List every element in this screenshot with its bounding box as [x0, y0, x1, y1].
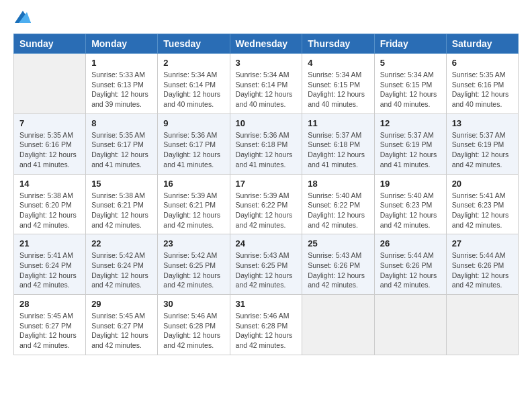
day-number: 17 [236, 179, 297, 189]
calendar-cell: 1Sunrise: 5:33 AM Sunset: 6:13 PM Daylig… [86, 54, 158, 114]
calendar-cell: 7Sunrise: 5:35 AM Sunset: 6:16 PM Daylig… [14, 113, 86, 174]
day-number: 3 [236, 58, 297, 68]
day-info: Sunrise: 5:40 AM Sunset: 6:23 PM Dayligh… [380, 191, 441, 230]
calendar-cell: 18Sunrise: 5:40 AM Sunset: 6:22 PM Dayli… [302, 174, 374, 234]
day-number: 18 [308, 179, 368, 189]
day-info: Sunrise: 5:46 AM Sunset: 6:28 PM Dayligh… [236, 311, 297, 351]
day-info: Sunrise: 5:37 AM Sunset: 6:19 PM Dayligh… [380, 130, 441, 170]
day-info: Sunrise: 5:37 AM Sunset: 6:18 PM Dayligh… [308, 130, 368, 170]
day-info: Sunrise: 5:43 AM Sunset: 6:26 PM Dayligh… [308, 250, 368, 290]
calendar-week-1: 1Sunrise: 5:33 AM Sunset: 6:13 PM Daylig… [14, 54, 519, 114]
day-info: Sunrise: 5:36 AM Sunset: 6:17 PM Dayligh… [163, 130, 224, 170]
calendar-cell: 16Sunrise: 5:39 AM Sunset: 6:21 PM Dayli… [158, 174, 230, 234]
calendar-cell: 27Sunrise: 5:44 AM Sunset: 6:26 PM Dayli… [446, 234, 518, 295]
day-info: Sunrise: 5:35 AM Sunset: 6:16 PM Dayligh… [19, 130, 80, 170]
day-number: 20 [452, 179, 513, 189]
day-number: 24 [236, 238, 297, 248]
calendar-cell: 13Sunrise: 5:37 AM Sunset: 6:19 PM Dayli… [446, 113, 518, 174]
day-info: Sunrise: 5:45 AM Sunset: 6:27 PM Dayligh… [91, 311, 152, 351]
day-number: 6 [452, 58, 513, 68]
day-info: Sunrise: 5:45 AM Sunset: 6:27 PM Dayligh… [19, 311, 80, 351]
calendar-cell: 28Sunrise: 5:45 AM Sunset: 6:27 PM Dayli… [14, 295, 86, 355]
day-number: 26 [380, 238, 441, 248]
day-info: Sunrise: 5:42 AM Sunset: 6:24 PM Dayligh… [91, 250, 152, 290]
calendar-cell: 20Sunrise: 5:41 AM Sunset: 6:23 PM Dayli… [446, 174, 518, 234]
day-number: 10 [236, 118, 297, 128]
calendar-header-saturday: Saturday [446, 34, 518, 54]
calendar-cell: 21Sunrise: 5:41 AM Sunset: 6:24 PM Dayli… [14, 234, 86, 295]
day-info: Sunrise: 5:38 AM Sunset: 6:20 PM Dayligh… [19, 191, 80, 230]
day-number: 31 [236, 299, 297, 309]
day-info: Sunrise: 5:41 AM Sunset: 6:24 PM Dayligh… [19, 250, 80, 290]
calendar-header-sunday: Sunday [14, 34, 86, 54]
calendar-cell: 3Sunrise: 5:34 AM Sunset: 6:14 PM Daylig… [230, 54, 302, 114]
day-number: 28 [19, 299, 80, 309]
calendar-cell: 23Sunrise: 5:42 AM Sunset: 6:25 PM Dayli… [158, 234, 230, 295]
calendar-cell: 17Sunrise: 5:39 AM Sunset: 6:22 PM Dayli… [230, 174, 302, 234]
day-number: 1 [91, 58, 152, 68]
calendar-week-5: 28Sunrise: 5:45 AM Sunset: 6:27 PM Dayli… [14, 295, 519, 355]
calendar-cell [302, 295, 374, 355]
day-number: 13 [452, 118, 513, 128]
day-info: Sunrise: 5:34 AM Sunset: 6:15 PM Dayligh… [308, 70, 368, 109]
day-info: Sunrise: 5:44 AM Sunset: 6:26 PM Dayligh… [380, 250, 441, 290]
day-info: Sunrise: 5:34 AM Sunset: 6:14 PM Dayligh… [236, 70, 297, 109]
calendar-cell: 15Sunrise: 5:38 AM Sunset: 6:21 PM Dayli… [86, 174, 158, 234]
day-info: Sunrise: 5:38 AM Sunset: 6:21 PM Dayligh… [91, 191, 152, 230]
calendar-cell: 24Sunrise: 5:43 AM Sunset: 6:25 PM Dayli… [230, 234, 302, 295]
day-info: Sunrise: 5:33 AM Sunset: 6:13 PM Dayligh… [91, 70, 152, 109]
calendar-cell: 9Sunrise: 5:36 AM Sunset: 6:17 PM Daylig… [158, 113, 230, 174]
day-number: 2 [163, 58, 224, 68]
calendar-cell [374, 295, 446, 355]
day-info: Sunrise: 5:34 AM Sunset: 6:15 PM Dayligh… [380, 70, 441, 109]
calendar-cell: 31Sunrise: 5:46 AM Sunset: 6:28 PM Dayli… [230, 295, 302, 355]
day-number: 9 [163, 118, 224, 128]
calendar-cell: 30Sunrise: 5:46 AM Sunset: 6:28 PM Dayli… [158, 295, 230, 355]
calendar-cell: 11Sunrise: 5:37 AM Sunset: 6:18 PM Dayli… [302, 113, 374, 174]
day-info: Sunrise: 5:44 AM Sunset: 6:26 PM Dayligh… [452, 250, 513, 290]
day-info: Sunrise: 5:40 AM Sunset: 6:22 PM Dayligh… [308, 191, 368, 230]
calendar-cell: 10Sunrise: 5:36 AM Sunset: 6:18 PM Dayli… [230, 113, 302, 174]
day-number: 23 [163, 238, 224, 248]
calendar-cell: 25Sunrise: 5:43 AM Sunset: 6:26 PM Dayli… [302, 234, 374, 295]
calendar-cell [446, 295, 518, 355]
day-number: 5 [380, 58, 441, 68]
calendar-cell: 22Sunrise: 5:42 AM Sunset: 6:24 PM Dayli… [86, 234, 158, 295]
calendar-cell: 19Sunrise: 5:40 AM Sunset: 6:23 PM Dayli… [374, 174, 446, 234]
calendar-header-row: SundayMondayTuesdayWednesdayThursdayFrid… [14, 34, 519, 54]
day-number: 29 [91, 299, 152, 309]
day-info: Sunrise: 5:35 AM Sunset: 6:16 PM Dayligh… [452, 70, 513, 109]
day-info: Sunrise: 5:37 AM Sunset: 6:19 PM Dayligh… [452, 130, 513, 170]
logo-icon [15, 11, 31, 24]
day-number: 30 [163, 299, 224, 309]
day-number: 12 [380, 118, 441, 128]
day-info: Sunrise: 5:35 AM Sunset: 6:17 PM Dayligh… [91, 130, 152, 170]
day-info: Sunrise: 5:39 AM Sunset: 6:22 PM Dayligh… [236, 191, 297, 230]
calendar-header-wednesday: Wednesday [230, 34, 302, 54]
calendar-cell: 6Sunrise: 5:35 AM Sunset: 6:16 PM Daylig… [446, 54, 518, 114]
day-info: Sunrise: 5:36 AM Sunset: 6:18 PM Dayligh… [236, 130, 297, 170]
day-number: 8 [91, 118, 152, 128]
logo [13, 13, 31, 27]
day-info: Sunrise: 5:42 AM Sunset: 6:25 PM Dayligh… [163, 250, 224, 290]
day-info: Sunrise: 5:43 AM Sunset: 6:25 PM Dayligh… [236, 250, 297, 290]
day-number: 27 [452, 238, 513, 248]
day-info: Sunrise: 5:46 AM Sunset: 6:28 PM Dayligh… [163, 311, 224, 351]
calendar-cell: 14Sunrise: 5:38 AM Sunset: 6:20 PM Dayli… [14, 174, 86, 234]
day-number: 22 [91, 238, 152, 248]
calendar-cell: 2Sunrise: 5:34 AM Sunset: 6:14 PM Daylig… [158, 54, 230, 114]
calendar-cell: 29Sunrise: 5:45 AM Sunset: 6:27 PM Dayli… [86, 295, 158, 355]
day-number: 7 [19, 118, 80, 128]
page-header [13, 13, 519, 27]
calendar-header-friday: Friday [374, 34, 446, 54]
day-info: Sunrise: 5:39 AM Sunset: 6:21 PM Dayligh… [163, 191, 224, 230]
calendar-cell: 4Sunrise: 5:34 AM Sunset: 6:15 PM Daylig… [302, 54, 374, 114]
calendar-cell: 5Sunrise: 5:34 AM Sunset: 6:15 PM Daylig… [374, 54, 446, 114]
calendar-cell: 8Sunrise: 5:35 AM Sunset: 6:17 PM Daylig… [86, 113, 158, 174]
calendar-week-2: 7Sunrise: 5:35 AM Sunset: 6:16 PM Daylig… [14, 113, 519, 174]
day-number: 15 [91, 179, 152, 189]
calendar-cell: 12Sunrise: 5:37 AM Sunset: 6:19 PM Dayli… [374, 113, 446, 174]
calendar-week-4: 21Sunrise: 5:41 AM Sunset: 6:24 PM Dayli… [14, 234, 519, 295]
calendar-table: SundayMondayTuesdayWednesdayThursdayFrid… [13, 34, 519, 355]
day-number: 11 [308, 118, 368, 128]
